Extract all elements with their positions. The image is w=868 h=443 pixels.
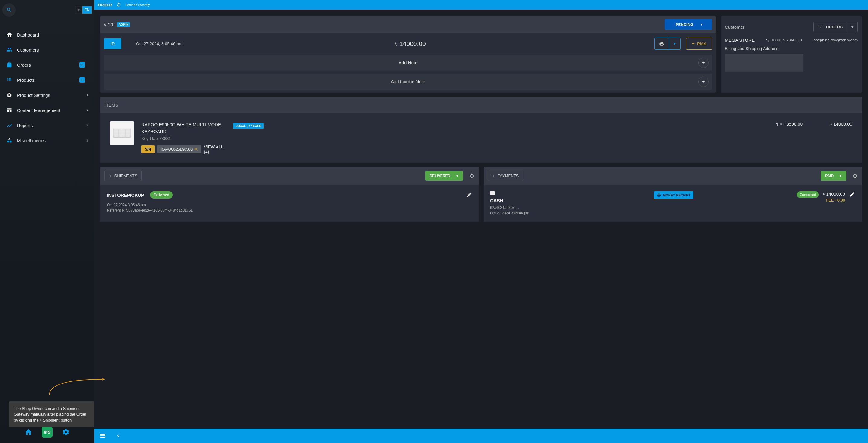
nav-orders[interactable]: Orders + › <box>0 57 94 72</box>
lang-en[interactable]: EN <box>83 6 92 13</box>
nav-content-management[interactable]: Content Management › <box>0 103 94 118</box>
nav-label: Reports <box>17 123 87 128</box>
shipments-card: + SHIPMENTS DELIVERED ▼ INSTOREPICKUP De… <box>100 167 464 222</box>
chart-icon <box>6 122 13 129</box>
item-row: RAPOO E9050G WHITE MULTI-MODE KEYBOARD K… <box>100 113 464 163</box>
shipment-reference: Reference: f8073abe-bb26-4163-88f4-3484c… <box>107 208 464 212</box>
nav-reports[interactable]: Reports › <box>0 118 94 133</box>
content: #720 ADMIN PENDING ▼ ID Oct 27 2024, 3:0… <box>94 10 464 237</box>
nav-label: Products <box>17 77 80 83</box>
shipment-status-label: DELIVERED <box>430 174 450 178</box>
add-note-row: Add Note + <box>104 55 464 71</box>
home-icon <box>6 31 13 38</box>
fetched-label: Fetched recently <box>125 3 150 7</box>
sidebar-top: বাং EN <box>0 0 94 20</box>
item-info: RAPOO E9050G WHITE MULTI-MODE KEYBOARD K… <box>141 121 226 154</box>
chevron-down-icon: ▼ <box>456 174 459 177</box>
nav-label: Content Management <box>17 108 87 113</box>
grid-icon <box>6 77 13 83</box>
search-icon <box>6 7 12 13</box>
people-icon <box>6 46 13 53</box>
order-id: #720 <box>104 22 115 28</box>
add-note-label: Add Note <box>399 60 418 65</box>
shipments-button-label: SHIPMENTS <box>115 173 137 178</box>
admin-badge: ADMIN <box>117 22 130 27</box>
nav-miscellaneous[interactable]: Miscellaneous › <box>0 133 94 148</box>
external-link-icon: ⇱ <box>195 147 198 151</box>
sidebar: বাং EN Dashboard Customers Orders + › Pr… <box>0 0 94 237</box>
shipments-header: + SHIPMENTS DELIVERED ▼ <box>100 167 464 185</box>
items-card: ITEMS RAPOO E9050G WHITE MULTI-MODE KEYB… <box>100 97 464 163</box>
svg-point-0 <box>7 141 9 143</box>
item-thumbnail[interactable] <box>110 121 134 145</box>
search-button[interactable] <box>2 3 16 16</box>
add-invoice-note-label: Add Invoice Note <box>391 79 425 84</box>
order-customer-row: #720 ADMIN PENDING ▼ ID Oct 27 2024, 3:0… <box>100 16 464 93</box>
svg-rect-1 <box>10 141 12 143</box>
page-context-label: ORDER <box>98 3 112 7</box>
order-date: Oct 27 2024, 3:05:46 pm <box>127 41 390 46</box>
shipment-left: INSTOREPICKUP Delivered <box>107 191 173 199</box>
view-all-link[interactable]: VIEW ALL (4) <box>204 144 226 154</box>
order-id-block: #720 ADMIN <box>104 22 130 28</box>
delivered-badge: Delivered <box>150 191 173 199</box>
shipment-body: INSTOREPICKUP Delivered Oct 27 2024 3:05… <box>100 185 464 219</box>
main-area: ORDER Fetched recently #720 ADMIN PENDIN… <box>94 0 464 237</box>
nav-label: Customers <box>17 47 88 53</box>
chevron-right-icon: › <box>87 138 88 143</box>
plus-icon: + <box>109 173 112 178</box>
nav-list: Dashboard Customers Orders + › Products … <box>0 20 94 148</box>
refresh-icon[interactable] <box>116 2 121 7</box>
serial-row: S/N RAPOO526E9050G ⇱ VIEW ALL (4) <box>141 144 226 154</box>
shipment-status-dropdown[interactable]: DELIVERED ▼ <box>425 171 463 181</box>
shapes-icon <box>6 137 13 144</box>
shipment-method: INSTOREPICKUP <box>107 193 144 198</box>
shipments-payments-row: + SHIPMENTS DELIVERED ▼ INSTOREPICKUP De… <box>100 167 464 222</box>
chevron-right-icon: › <box>87 92 88 98</box>
add-invoice-note-row: Add Invoice Note + <box>104 74 464 90</box>
warranty-badge: LOCAL | 2 YEARS <box>233 123 264 129</box>
top-bar: ORDER Fetched recently <box>94 0 464 10</box>
order-card: #720 ADMIN PENDING ▼ ID Oct 27 2024, 3:0… <box>100 16 464 93</box>
layout-icon <box>6 107 13 113</box>
item-name[interactable]: RAPOO E9050G WHITE MULTI-MODE KEYBOARD <box>141 121 226 135</box>
add-shipment-button[interactable]: + SHIPMENTS <box>104 170 142 181</box>
item-mid: LOCAL | 2 YEARS 4 × ৳ 3500.00 <box>233 121 464 129</box>
add-product-button[interactable]: + <box>80 77 85 83</box>
items-header: ITEMS <box>100 97 464 113</box>
add-order-button[interactable]: + <box>80 62 85 68</box>
shipment-row: INSTOREPICKUP Delivered <box>107 191 464 199</box>
nav-product-settings[interactable]: Product Settings › <box>0 88 94 103</box>
shipment-date: Oct 27 2024 3:05:46 pm <box>107 203 464 207</box>
nav-label: Miscellaneous <box>17 138 87 143</box>
nav-products[interactable]: Products + › <box>0 72 94 88</box>
nav-label: Orders <box>17 63 80 68</box>
nav-label: Dashboard <box>17 32 88 37</box>
keyboard-icon <box>113 129 131 138</box>
nav-label: Product Settings <box>17 93 87 98</box>
item-sku: Key-Rap-78831 <box>141 136 226 141</box>
order-header: #720 ADMIN PENDING ▼ <box>100 16 464 33</box>
sn-badge: S/N <box>141 145 155 153</box>
id-chip[interactable]: ID <box>104 38 121 49</box>
chevron-right-icon: › <box>87 107 88 113</box>
nav-dashboard[interactable]: Dashboard <box>0 27 94 42</box>
order-total: ৳ 14000.00 <box>395 40 464 47</box>
nav-customers[interactable]: Customers <box>0 42 94 57</box>
lang-bn[interactable]: বাং <box>75 6 83 13</box>
item-qty-price: 4 × ৳ 3500.00 <box>275 121 464 127</box>
language-toggle[interactable]: বাং EN <box>75 6 92 14</box>
order-summary-row: ID Oct 27 2024, 3:05:46 pm ৳ 14000.00 ▼ … <box>100 33 464 55</box>
chevron-right-icon: › <box>87 123 88 128</box>
gear-icon <box>6 92 13 98</box>
sn-value[interactable]: RAPOO526E9050G ⇱ <box>157 145 202 153</box>
bag-icon <box>6 62 13 68</box>
